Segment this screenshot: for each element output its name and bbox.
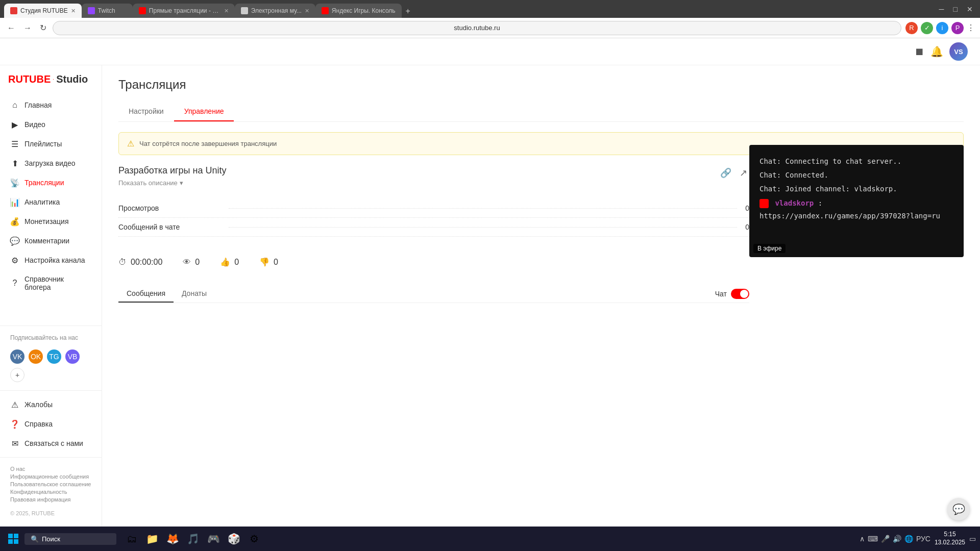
- reload-button[interactable]: ↻: [38, 21, 48, 35]
- social-ok[interactable]: OK: [29, 349, 43, 364]
- sidebar-label-home: Главная: [24, 101, 52, 109]
- stat-row-views: Просмотров 0: [118, 199, 749, 218]
- tray-network-icon[interactable]: 🌐: [904, 535, 913, 543]
- tray-mic-icon[interactable]: 🎤: [881, 535, 890, 543]
- taskbar-app-browser[interactable]: 🦊: [163, 530, 182, 548]
- taskbar-app-steam[interactable]: 🎲: [225, 530, 243, 548]
- tab-management[interactable]: Управление: [174, 102, 234, 121]
- user-avatar[interactable]: VS: [949, 42, 968, 61]
- tab-youtube[interactable]: Прямые трансляции - Yo... ✕: [133, 4, 235, 18]
- comments-icon: 💬: [10, 236, 19, 245]
- forward-button[interactable]: →: [21, 21, 34, 35]
- chat-tab-donations[interactable]: Донаты: [174, 285, 215, 303]
- float-chat-button[interactable]: 💬: [947, 498, 970, 520]
- sidebar-item-home[interactable]: ⌂ Главная: [0, 95, 102, 115]
- sidebar-item-upload[interactable]: ⬆ Загрузка видео: [0, 154, 102, 173]
- tab-close-rutube[interactable]: ✕: [71, 8, 76, 14]
- main-content: Трансляция Настройки Управление ⚠ Чат со…: [102, 65, 980, 527]
- tab-favicon-youtube: [139, 7, 146, 14]
- tab-settings[interactable]: Настройки: [118, 102, 174, 121]
- likes-counter: 👍 0: [220, 257, 239, 267]
- sidebar-item-broadcast[interactable]: 📡 Трансляции: [0, 173, 102, 192]
- app-header: ⏹ 🔔 VS: [0, 38, 980, 65]
- sidebar-item-playlists[interactable]: ☰ Плейлисты: [0, 134, 102, 154]
- sidebar-item-analytics[interactable]: 📊 Аналитика: [0, 192, 102, 212]
- footer-links: О нас Информационные сообщения Пользоват…: [0, 462, 102, 508]
- sidebar-item-complaints[interactable]: ⚠ Жалобы: [0, 395, 102, 414]
- browser-maximize[interactable]: □: [950, 4, 961, 14]
- show-desktop-icon[interactable]: ▭: [969, 535, 976, 543]
- tab-twitch[interactable]: Twitch: [82, 4, 133, 18]
- chat-icon-1: [760, 199, 769, 208]
- stats-section: Просмотров 0 Сообщений в чате 0: [118, 199, 749, 237]
- blogger-help-icon: ?: [10, 279, 19, 288]
- footer-privacy[interactable]: Конфиденциальность: [10, 489, 91, 495]
- bell-icon[interactable]: 🔔: [930, 45, 943, 58]
- address-bar[interactable]: studio.rutube.ru: [53, 21, 901, 35]
- system-tray-icons: ∧ ⌨ 🎤 🔊 🌐 РУС: [860, 535, 930, 543]
- start-button[interactable]: [4, 530, 22, 548]
- stat-row-messages: Сообщений в чате 0: [118, 218, 749, 237]
- share-button[interactable]: 🔗: [718, 165, 733, 181]
- back-button[interactable]: ←: [5, 21, 17, 35]
- tray-keyboard-icon[interactable]: ⌨: [868, 535, 878, 543]
- stream-title: Разработка игры на Unity: [118, 165, 226, 176]
- social-add-button[interactable]: +: [10, 368, 24, 382]
- stream-action-buttons: 🔗 ↗: [718, 165, 749, 181]
- tab-rutube-studio[interactable]: Студия RUTUBE ✕: [4, 4, 82, 18]
- browser-ext-green[interactable]: ✓: [921, 22, 933, 34]
- taskbar-app-files[interactable]: 📁: [143, 530, 161, 548]
- taskbar-app-explorer[interactable]: 🗂: [122, 530, 141, 548]
- footer-info-messages[interactable]: Информационные сообщения: [10, 473, 91, 480]
- tab-yandex-games[interactable]: Яндекс Игры. Консоль: [315, 4, 402, 18]
- taskbar-search-box[interactable]: 🔍 Поиск: [24, 533, 116, 545]
- taskbar-time: 5:15: [935, 531, 965, 539]
- taskbar-app-music[interactable]: 🎵: [184, 530, 202, 548]
- social-vk[interactable]: VK: [10, 349, 24, 364]
- browser-ext-rutube[interactable]: R: [905, 22, 918, 34]
- sidebar-item-video[interactable]: ▶ Видео: [0, 115, 102, 134]
- views-counter: 👁 0: [183, 258, 200, 267]
- svg-rect-2: [8, 539, 13, 544]
- timer-section: ⏱ 00:00:00 👁 0 👍 0 👎: [118, 249, 749, 275]
- new-tab-button[interactable]: +: [402, 5, 414, 18]
- sidebar-label-analytics: Аналитика: [24, 198, 60, 206]
- sidebar-item-contact[interactable]: ✉ Связаться с нами: [0, 434, 102, 453]
- sidebar-item-blogger-help[interactable]: ? Справочник блогера: [0, 270, 102, 296]
- open-external-button[interactable]: ↗: [738, 165, 749, 181]
- sidebar-item-support[interactable]: ❓ Справка: [0, 414, 102, 434]
- chat-tab-messages[interactable]: Сообщения: [118, 285, 174, 303]
- show-description-btn[interactable]: Показать описание ▾: [118, 179, 226, 187]
- dislikes-count: 0: [274, 258, 278, 267]
- tab-close-youtube[interactable]: ✕: [224, 8, 229, 14]
- browser-ext-purple[interactable]: P: [951, 22, 964, 34]
- browser-chrome: Студия RUTUBE ✕ Twitch Прямые трансляции…: [0, 0, 980, 18]
- taskbar-app-game[interactable]: 🎮: [204, 530, 223, 548]
- browser-close[interactable]: ✕: [964, 4, 976, 14]
- extensions-btn[interactable]: ⋮: [967, 23, 975, 33]
- tray-up-icon[interactable]: ∧: [860, 535, 865, 543]
- taskbar-app-misc[interactable]: ⚙: [245, 530, 263, 548]
- sidebar-label-playlists: Плейлисты: [24, 140, 62, 148]
- browser-ext-blue[interactable]: i: [936, 22, 948, 34]
- sidebar-item-monetization[interactable]: 💰 Монетизация: [0, 212, 102, 231]
- social-viber[interactable]: VB: [65, 349, 80, 364]
- browser-minimize[interactable]: ─: [936, 4, 947, 14]
- sidebar-label-comments: Комментарии: [24, 237, 69, 245]
- video-chat-line-2: Chat: Connected.: [760, 169, 953, 182]
- tray-lang[interactable]: РУС: [916, 535, 930, 543]
- upload-icon: ⬆: [10, 159, 19, 168]
- tab-close-music[interactable]: ✕: [305, 8, 309, 14]
- sidebar-item-channel-settings[interactable]: ⚙ Настройка канала: [0, 251, 102, 270]
- tray-volume-icon[interactable]: 🔊: [893, 535, 901, 543]
- footer-user-agreement[interactable]: Пользовательское соглашение: [10, 481, 91, 487]
- record-icon[interactable]: ⏹: [914, 46, 924, 58]
- chat-toggle-switch[interactable]: [731, 289, 749, 299]
- video-panel: Chat: Connecting to chat server.. Chat: …: [749, 145, 964, 364]
- search-icon: 🔍: [31, 535, 39, 543]
- footer-legal[interactable]: Правовая информация: [10, 496, 91, 503]
- tab-music[interactable]: Электронная му... ✕: [235, 4, 315, 18]
- stat-label-views: Просмотров: [118, 204, 220, 212]
- sidebar-item-comments[interactable]: 💬 Комментарии: [0, 231, 102, 251]
- social-telegram[interactable]: TG: [47, 349, 61, 364]
